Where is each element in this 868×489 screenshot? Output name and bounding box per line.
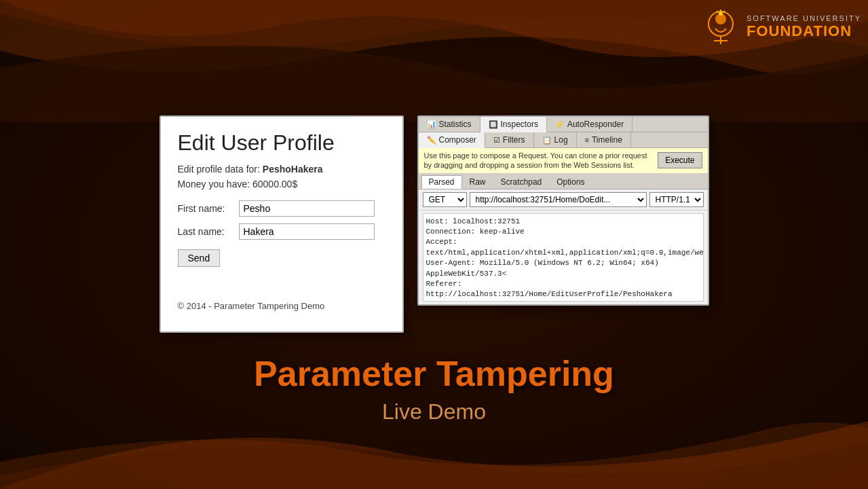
composer-icon: ✏️	[427, 136, 436, 145]
tab-timeline[interactable]: ≡ Timeline	[577, 132, 631, 147]
edit-profile-screenshot: Edit User Profile Edit profile data for:…	[159, 115, 404, 333]
request-row: GET POST PUT DELETE http://localhost:327…	[419, 189, 708, 211]
main-title: Parameter Tampering	[254, 353, 614, 394]
money-label: Money you have:	[178, 179, 253, 189]
fiddler-tabs-row2: ✏️ Composer ☑ Filters 📋 Log ≡ Timeline	[419, 132, 708, 148]
sub-tab-raw[interactable]: Raw	[462, 175, 493, 189]
form-footer: © 2014 - Parameter Tampering Demo	[178, 301, 385, 311]
header-line: Connection: keep-alive	[426, 227, 700, 237]
protocol-select[interactable]: HTTP/1.1 HTTP/2	[649, 192, 704, 207]
timeline-icon: ≡	[585, 136, 589, 144]
first-name-label: First name:	[178, 203, 239, 214]
sub-tab-parsed[interactable]: Parsed	[421, 175, 462, 189]
method-select[interactable]: GET POST PUT DELETE	[423, 192, 467, 207]
tab-inspectors[interactable]: 🔲 Inspectors	[480, 117, 547, 132]
sub-tab-options[interactable]: Options	[549, 175, 592, 189]
statistics-icon: 📊	[427, 120, 436, 129]
header-line: User-Agent: Mozilla/5.0 (Windows NT 6.2;…	[426, 258, 700, 279]
sub-tab-scratchpad[interactable]: Scratchpad	[493, 175, 550, 189]
tab-statistics-label: Statistics	[439, 120, 472, 129]
fiddler-sub-tabs: Parsed Raw Scratchpad Options	[419, 174, 708, 189]
url-select[interactable]: http://localhost:32751/Home/DoEdit...	[470, 192, 647, 207]
fiddler-screenshot: 📊 Statistics 🔲 Inspectors ⚡ AutoResponde…	[417, 115, 709, 306]
tab-timeline-label: Timeline	[592, 135, 622, 145]
logo-text-top: SOFTWARE UNIVERSITY	[747, 14, 861, 22]
screenshots-row: Edit User Profile Edit profile data for:…	[159, 115, 709, 333]
form-title: Edit User Profile	[178, 130, 385, 156]
tab-filters[interactable]: ☑ Filters	[485, 132, 534, 147]
tab-inspectors-label: Inspectors	[501, 120, 538, 129]
header-line: Accept-Encoding: gzip,deflate,sdch	[426, 300, 700, 302]
header-line: Accept: text/html,application/xhtml+xml,…	[426, 237, 700, 258]
log-icon: 📋	[542, 136, 552, 145]
logo-area: SOFTWARE UNIVERSITY FOUNDATION	[700, 7, 861, 48]
info-bar: Use this page to compose a Request. You …	[419, 148, 708, 174]
send-row: Send	[178, 247, 385, 267]
form-subtitle: Edit profile data for: PeshoHakera	[178, 164, 385, 175]
tab-filters-label: Filters	[503, 135, 525, 145]
inspectors-icon: 🔲	[489, 120, 498, 129]
fiddler-tabs-row1: 📊 Statistics 🔲 Inspectors ⚡ AutoResponde…	[419, 117, 708, 132]
username: PeshoHakera	[263, 164, 323, 175]
last-name-input[interactable]	[239, 223, 375, 240]
logo-icon	[700, 7, 741, 48]
send-button[interactable]: Send	[178, 249, 221, 267]
tab-log[interactable]: 📋 Log	[534, 132, 577, 147]
logo-text-bottom: FOUNDATION	[747, 22, 852, 40]
tab-autoresponder[interactable]: ⚡ AutoResponder	[547, 117, 633, 132]
first-name-input[interactable]	[239, 200, 375, 217]
info-text: Use this page to compose a Request. You …	[424, 151, 653, 170]
autoresponder-icon: ⚡	[555, 120, 565, 129]
header-line: Host: localhost:32751	[426, 217, 700, 227]
last-name-label: Last name:	[178, 226, 239, 237]
request-headers-body[interactable]: Host: localhost:32751 Connection: keep-a…	[423, 213, 704, 302]
subtitle-prefix: Edit profile data for:	[178, 164, 263, 175]
form-money: Money you have: 60000.00$	[178, 179, 385, 189]
sub-title: Live Demo	[382, 399, 486, 424]
svg-point-4	[719, 12, 723, 16]
first-name-row: First name:	[178, 200, 385, 217]
filters-icon: ☑	[493, 136, 500, 145]
header-line: Referer: http://localhost:32751/Home/Edi…	[426, 279, 700, 300]
tab-composer[interactable]: ✏️ Composer	[419, 132, 485, 148]
tab-autoresponder-label: AutoResponder	[567, 120, 624, 129]
tab-statistics[interactable]: 📊 Statistics	[419, 117, 480, 132]
logo-text: SOFTWARE UNIVERSITY FOUNDATION	[747, 14, 861, 40]
execute-button[interactable]: Execute	[658, 152, 702, 168]
tab-composer-label: Composer	[439, 135, 476, 145]
main-content: Edit User Profile Edit profile data for:…	[0, 0, 868, 489]
tab-log-label: Log	[554, 135, 568, 145]
money-value: 60000.00$	[252, 179, 297, 189]
last-name-row: Last name:	[178, 223, 385, 240]
